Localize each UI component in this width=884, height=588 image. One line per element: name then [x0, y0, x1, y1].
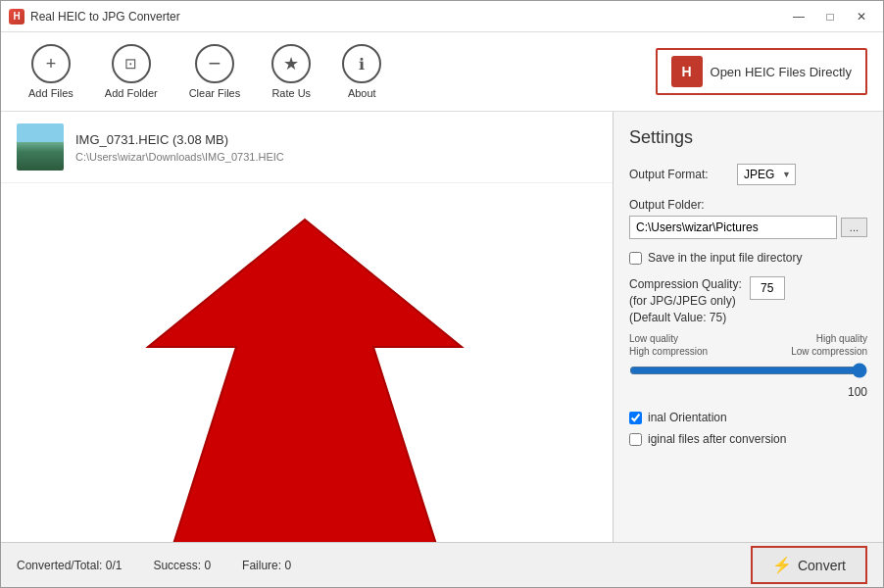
high-compression-label: High compression: [629, 346, 708, 357]
rate-us-button[interactable]: ★ Rate Us: [260, 40, 322, 103]
arrow-overlay: [99, 190, 511, 542]
title-bar-controls: — □ ✕: [785, 6, 875, 27]
add-folder-button[interactable]: ⊡ Add Folder: [93, 40, 170, 103]
compression-label: Compression Quality: (for JPG/JPEG only)…: [629, 276, 742, 325]
quality-sublabels: High compression Low compression: [629, 346, 867, 357]
title-bar-left: H Real HEIC to JPG Converter: [9, 9, 180, 24]
low-compression-label: Low compression: [791, 346, 867, 357]
failure-count: Failure: 0: [242, 559, 291, 572]
high-quality-label: High quality: [816, 333, 867, 344]
compression-header: Compression Quality: (for JPG/JPEG only)…: [629, 276, 867, 325]
low-quality-label: Low quality: [629, 333, 678, 344]
status-bar: Converted/Total: 0/1 Success: 0 Failure:…: [1, 542, 883, 587]
convert-icon: ⚡: [772, 556, 792, 574]
list-item: IMG_0731.HEIC (3.08 MB) C:\Users\wizar\D…: [1, 112, 613, 183]
compression-label-line3: (Default Value: 75): [629, 310, 742, 326]
add-folder-icon: ⊡: [112, 44, 151, 83]
output-folder-section: Output Folder: ...: [629, 197, 867, 239]
orientation-row: inal Orientation: [629, 411, 867, 424]
open-heic-button[interactable]: H Open HEIC Files Directly: [656, 48, 867, 95]
folder-input-row: ...: [629, 216, 867, 239]
save-in-input-row: Save in the input file directory: [629, 251, 867, 265]
save-in-input-label: Save in the input file directory: [648, 251, 802, 265]
rate-us-icon: ★: [271, 44, 311, 83]
file-path: C:\Users\wizar\Downloads\IMG_0731.HEIC: [75, 151, 284, 163]
toolbar: + Add Files ⊡ Add Folder − Clear Files ★…: [1, 32, 883, 112]
main-area: IMG_0731.HEIC (3.08 MB) C:\Users\wizar\D…: [1, 112, 883, 542]
settings-title: Settings: [629, 127, 867, 148]
about-label: About: [348, 87, 376, 99]
clear-files-icon: −: [195, 44, 234, 83]
compression-label-line1: Compression Quality:: [629, 276, 742, 293]
browse-button[interactable]: ...: [841, 218, 867, 237]
converted-total: Converted/Total: 0/1: [17, 559, 122, 572]
open-heic-label: Open HEIC Files Directly: [711, 65, 852, 79]
add-files-label: Add Files: [28, 87, 74, 99]
folder-path-input[interactable]: [629, 216, 837, 239]
close-button[interactable]: ✕: [848, 6, 875, 27]
orientation-checkbox[interactable]: [629, 412, 642, 424]
app-icon: H: [9, 9, 25, 24]
window-title: Real HEIC to JPG Converter: [30, 10, 180, 24]
convert-label: Convert: [798, 558, 846, 573]
toolbar-buttons: + Add Files ⊡ Add Folder − Clear Files ★…: [17, 40, 393, 103]
file-name: IMG_0731.HEIC (3.08 MB): [75, 132, 284, 147]
maximize-button[interactable]: □: [816, 6, 844, 27]
open-heic-icon: H: [671, 56, 703, 87]
file-info: IMG_0731.HEIC (3.08 MB) C:\Users\wizar\D…: [75, 132, 284, 163]
convert-button[interactable]: ⚡ Convert: [751, 546, 867, 584]
delete-original-checkbox[interactable]: [629, 433, 642, 446]
slider-value-display: 100: [629, 385, 867, 399]
clear-files-label: Clear Files: [189, 87, 241, 99]
output-format-label: Output Format:: [629, 168, 737, 181]
quality-labels: Low quality High quality: [629, 333, 867, 344]
about-button[interactable]: ℹ About: [330, 40, 393, 103]
file-list-panel: IMG_0731.HEIC (3.08 MB) C:\Users\wizar\D…: [1, 112, 614, 542]
thumbnail-image: [17, 123, 64, 171]
output-format-select[interactable]: JPEG PNG BMP TIFF: [737, 164, 796, 185]
quality-slider[interactable]: [629, 363, 867, 378]
output-folder-label: Output Folder:: [629, 198, 705, 212]
delete-original-row: iginal files after conversion: [629, 432, 867, 446]
output-format-select-wrapper: JPEG PNG BMP TIFF: [737, 164, 796, 185]
add-files-button[interactable]: + Add Files: [17, 40, 85, 103]
slider-container: [629, 363, 867, 381]
rate-us-label: Rate Us: [271, 87, 311, 99]
file-thumbnail: [17, 123, 64, 171]
orientation-label: inal Orientation: [648, 411, 727, 424]
save-in-input-checkbox[interactable]: [629, 252, 642, 265]
status-left: Converted/Total: 0/1 Success: 0 Failure:…: [17, 559, 291, 572]
compression-label-line2: (for JPG/JPEG only): [629, 293, 742, 310]
output-format-row: Output Format: JPEG PNG BMP TIFF: [629, 164, 867, 185]
minimize-button[interactable]: —: [785, 6, 812, 27]
success-count: Success: 0: [153, 559, 211, 572]
svg-marker-0: [148, 220, 462, 542]
add-folder-label: Add Folder: [105, 87, 158, 99]
delete-original-label: iginal files after conversion: [648, 432, 786, 446]
add-files-icon: +: [31, 44, 71, 83]
about-icon: ℹ: [342, 44, 381, 83]
settings-panel: Settings Output Format: JPEG PNG BMP TIF…: [614, 112, 883, 542]
compression-section: Compression Quality: (for JPG/JPEG only)…: [629, 276, 867, 399]
title-bar: H Real HEIC to JPG Converter — □ ✕: [1, 1, 883, 32]
compression-value: 75: [750, 276, 785, 300]
clear-files-button[interactable]: − Clear Files: [177, 40, 253, 103]
main-window: H Real HEIC to JPG Converter — □ ✕ + Add…: [0, 0, 884, 588]
